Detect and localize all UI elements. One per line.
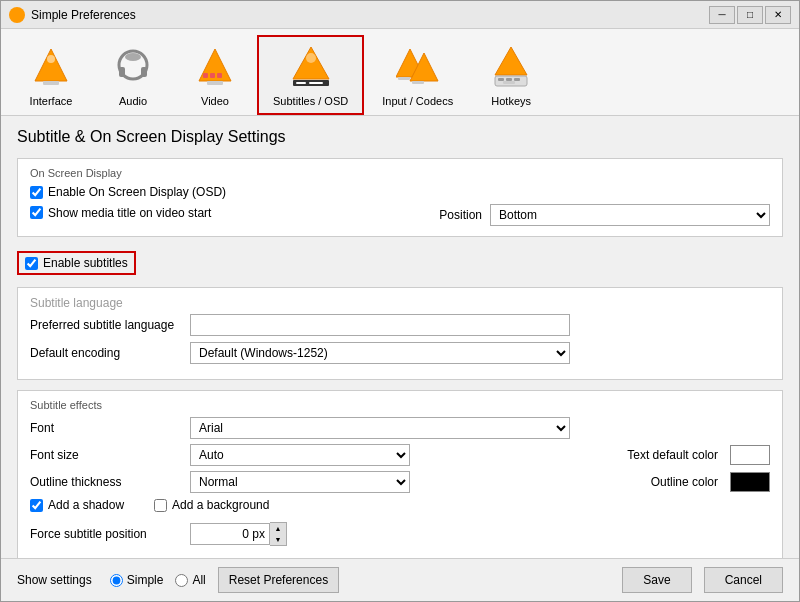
force-position-spinbox: ▲ ▼ xyxy=(190,522,287,546)
default-encoding-select[interactable]: Default (Windows-1252) UTF-8 UTF-16 ISO-… xyxy=(190,342,570,364)
add-background-row: Add a background xyxy=(154,498,269,512)
bottom-bar: Show settings Simple All Reset Preferenc… xyxy=(1,558,799,601)
effects-section-label: Subtitle effects xyxy=(30,399,770,411)
nav-label-input: Input / Codecs xyxy=(382,95,453,107)
svg-rect-26 xyxy=(514,78,520,81)
show-media-title-row: Show media title on video start xyxy=(30,206,211,220)
nav-label-audio: Audio xyxy=(119,95,147,107)
position-select[interactable]: Bottom Top Left Right xyxy=(490,204,770,226)
show-media-title-label[interactable]: Show media title on video start xyxy=(48,206,211,220)
nav-label-hotkeys: Hotkeys xyxy=(491,95,531,107)
svg-point-17 xyxy=(306,53,316,63)
svg-rect-16 xyxy=(309,82,323,84)
enable-subtitles-label[interactable]: Enable subtitles xyxy=(43,256,128,270)
add-shadow-row: Add a shadow xyxy=(30,498,124,512)
maximize-button[interactable]: □ xyxy=(737,6,763,24)
add-background-checkbox[interactable] xyxy=(154,499,167,512)
nav-item-video[interactable]: Video xyxy=(175,35,255,115)
text-color-right: Text default color xyxy=(627,445,770,465)
text-color-label: Text default color xyxy=(627,448,718,462)
svg-rect-15 xyxy=(296,82,306,84)
svg-rect-2 xyxy=(43,81,59,85)
preferred-language-row: Preferred subtitle language xyxy=(30,314,770,336)
nav-label-interface: Interface xyxy=(30,95,73,107)
main-window: Simple Preferences ─ □ ✕ Interface xyxy=(0,0,800,602)
effects-section: Subtitle effects Font Arial Times New Ro… xyxy=(17,390,783,558)
window-controls: ─ □ ✕ xyxy=(709,6,791,24)
spinbox-buttons: ▲ ▼ xyxy=(270,522,287,546)
reset-preferences-button[interactable]: Reset Preferences xyxy=(218,567,339,593)
nav-item-input[interactable]: Input / Codecs xyxy=(366,35,469,115)
radio-all-label[interactable]: All xyxy=(192,573,205,587)
add-shadow-checkbox[interactable] xyxy=(30,499,43,512)
nav-label-subtitles: Subtitles / OSD xyxy=(273,95,348,107)
enable-osd-checkbox[interactable] xyxy=(30,186,43,199)
svg-rect-5 xyxy=(119,67,125,77)
nav-label-video: Video xyxy=(201,95,229,107)
svg-marker-22 xyxy=(495,47,527,75)
svg-rect-21 xyxy=(412,81,424,84)
app-icon xyxy=(9,7,25,23)
text-color-box[interactable] xyxy=(730,445,770,465)
minimize-button[interactable]: ─ xyxy=(709,6,735,24)
enable-osd-row: Enable On Screen Display (OSD) xyxy=(30,185,770,199)
input-icon xyxy=(394,43,442,91)
cancel-button[interactable]: Cancel xyxy=(704,567,783,593)
outline-thickness-label: Outline thickness xyxy=(30,475,190,489)
svg-rect-11 xyxy=(217,73,222,78)
save-button[interactable]: Save xyxy=(622,567,691,593)
spinbox-up-button[interactable]: ▲ xyxy=(270,523,286,534)
font-select[interactable]: Arial Times New Roman Courier New Verdan… xyxy=(190,417,570,439)
force-position-input[interactable] xyxy=(190,523,270,545)
hotkeys-icon xyxy=(487,43,535,91)
enable-osd-label[interactable]: Enable On Screen Display (OSD) xyxy=(48,185,226,199)
font-label: Font xyxy=(30,421,190,435)
main-content: Subtitle & On Screen Display Settings On… xyxy=(1,116,799,558)
nav-bar: Interface Audio xyxy=(1,29,799,116)
font-size-left: Font size Auto Small Normal Large xyxy=(30,444,615,466)
close-button[interactable]: ✕ xyxy=(765,6,791,24)
svg-rect-27 xyxy=(503,81,515,84)
show-media-title-checkbox[interactable] xyxy=(30,206,43,219)
audio-icon xyxy=(109,43,157,91)
nav-item-hotkeys[interactable]: Hotkeys xyxy=(471,35,551,115)
font-row: Font Arial Times New Roman Courier New V… xyxy=(30,417,770,439)
svg-rect-9 xyxy=(203,73,208,78)
radio-all-input[interactable] xyxy=(175,574,188,587)
page-title: Subtitle & On Screen Display Settings xyxy=(17,128,783,146)
nav-item-subtitles[interactable]: Subtitles / OSD xyxy=(257,35,364,115)
nav-item-interface[interactable]: Interface xyxy=(11,35,91,115)
force-position-label: Force subtitle position xyxy=(30,527,190,541)
svg-point-3 xyxy=(47,55,55,63)
add-shadow-label[interactable]: Add a shadow xyxy=(48,498,124,512)
svg-rect-6 xyxy=(141,67,147,77)
svg-rect-12 xyxy=(207,81,223,85)
add-background-label[interactable]: Add a background xyxy=(172,498,269,512)
outline-select[interactable]: Normal None Thin Thick xyxy=(190,471,410,493)
nav-item-audio[interactable]: Audio xyxy=(93,35,173,115)
default-encoding-label: Default encoding xyxy=(30,346,190,360)
shadow-background-row: Add a shadow Add a background xyxy=(30,498,770,517)
radio-simple-input[interactable] xyxy=(110,574,123,587)
outline-color-right: Outline color xyxy=(651,472,770,492)
outline-color-box[interactable] xyxy=(730,472,770,492)
position-row: Position Bottom Top Left Right xyxy=(439,204,770,226)
enable-subtitles-checkbox[interactable] xyxy=(25,257,38,270)
window-title: Simple Preferences xyxy=(31,8,709,22)
radio-simple-label[interactable]: Simple xyxy=(127,573,164,587)
font-size-select[interactable]: Auto Small Normal Large xyxy=(190,444,410,466)
font-size-label: Font size xyxy=(30,448,190,462)
svg-rect-20 xyxy=(398,77,410,80)
preferred-language-input[interactable] xyxy=(190,314,570,336)
preferred-language-label: Preferred subtitle language xyxy=(30,318,190,332)
enable-subtitles-container: Enable subtitles xyxy=(17,247,783,287)
radio-all: All xyxy=(175,573,205,587)
svg-rect-10 xyxy=(210,73,215,78)
spinbox-down-button[interactable]: ▼ xyxy=(270,534,286,545)
svg-rect-25 xyxy=(506,78,512,81)
outline-left: Outline thickness Normal None Thin Thick xyxy=(30,471,639,493)
font-size-row: Font size Auto Small Normal Large Text d… xyxy=(30,444,770,466)
osd-section-label: On Screen Display xyxy=(30,167,770,179)
radio-group: Simple All xyxy=(110,573,206,587)
svg-point-7 xyxy=(125,53,141,61)
